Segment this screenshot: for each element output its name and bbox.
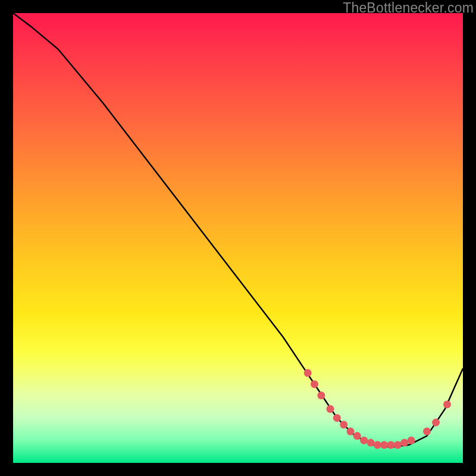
marker-group [304, 369, 451, 449]
data-point [304, 369, 312, 377]
data-point [353, 432, 361, 440]
data-point [367, 439, 375, 447]
data-point [387, 441, 395, 449]
data-point [340, 421, 347, 428]
data-point [327, 405, 334, 413]
data-point [347, 428, 355, 436]
data-point [423, 428, 431, 436]
data-point [333, 414, 341, 422]
plot-area [13, 13, 463, 463]
curve-layer [13, 13, 463, 463]
data-point [432, 419, 440, 427]
watermark-text: TheBottlenecker.com [343, 0, 474, 16]
data-point [408, 437, 415, 444]
data-point [374, 441, 381, 449]
data-point [317, 392, 325, 399]
data-point [400, 439, 408, 447]
chart-stage: TheBottlenecker.com [0, 0, 476, 476]
data-point [394, 441, 402, 449]
bottleneck-curve [13, 13, 463, 447]
data-point [380, 441, 388, 449]
data-point [443, 400, 451, 408]
data-point [360, 437, 368, 444]
data-point [311, 380, 318, 388]
